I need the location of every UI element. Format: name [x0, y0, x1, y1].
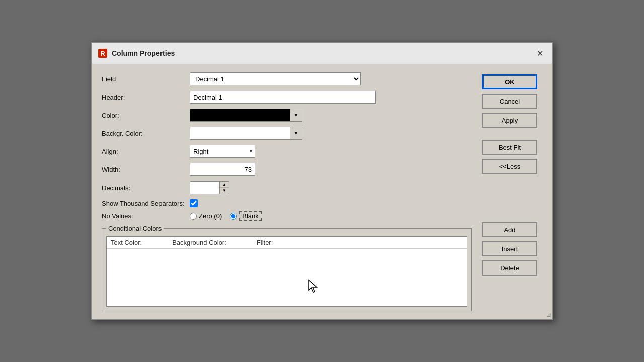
field-label: Field [102, 75, 190, 83]
dialog-title: Column Properties [112, 49, 175, 57]
color-label: Color: [102, 112, 190, 119]
col-background: Background Color: [172, 239, 226, 246]
dialog-body: Field Decimal 1 Header: Color: [92, 64, 552, 319]
col-text-color: Text Color: [111, 239, 142, 246]
decimals-spinner: ▲ ▼ [220, 181, 229, 194]
svg-text:R: R [100, 50, 105, 57]
apply-button[interactable]: Apply [482, 113, 537, 128]
thousand-row: Show Thousand Separators: [102, 199, 472, 207]
decimals-label: Decimals: [102, 184, 190, 192]
width-label: Width: [102, 166, 190, 173]
thousand-label: Show Thousand Separators: [102, 200, 190, 207]
buttons-area: OK Cancel Apply Best Fit <<Less Add Inse… [482, 72, 542, 311]
align-label: Align: [102, 148, 190, 155]
column-properties-dialog: R Column Properties ✕ Field Decimal 1 He… [91, 42, 553, 320]
col-filter: Filter: [257, 239, 273, 246]
decimals-down-btn[interactable]: ▼ [220, 188, 229, 194]
best-fit-button[interactable]: Best Fit [482, 140, 537, 155]
conditional-table[interactable]: Text Color: Background Color: Filter: [106, 236, 467, 307]
color-row: Color: ▼ [102, 109, 472, 122]
title-bar: R Column Properties ✕ [92, 43, 552, 64]
bgcolor-row: Backgr. Color: ▼ [102, 127, 472, 140]
delete-button[interactable]: Delete [482, 260, 537, 276]
novalues-label: No Values: [102, 212, 190, 220]
bgcolor-label: Backgr. Color: [102, 130, 190, 137]
novalues-blank-label: Blank [239, 212, 262, 220]
bgcolor-display[interactable] [190, 127, 290, 140]
color-display[interactable] [190, 109, 290, 122]
conditional-table-header: Text Color: Background Color: Filter: [107, 237, 467, 249]
conditional-legend: Conditional Colors [106, 225, 164, 232]
width-input[interactable] [190, 163, 255, 176]
header-row: Header: [102, 90, 472, 104]
bgcolor-dropdown-btn[interactable]: ▼ [290, 127, 302, 140]
decimals-input[interactable] [190, 181, 220, 194]
decimals-row: Decimals: ▲ ▼ [102, 181, 472, 194]
resize-handle[interactable]: ⊿ [543, 310, 551, 318]
close-button[interactable]: ✕ [533, 47, 546, 60]
novalues-blank-radio[interactable] [230, 213, 237, 220]
blank-label-text: Blank [239, 211, 262, 221]
conditional-section: Conditional Colors Text Color: Backgroun… [102, 225, 472, 311]
novalues-row: No Values: Zero (0) Blank [102, 212, 472, 220]
align-select[interactable]: Right Left Center [190, 145, 255, 158]
decimals-up-btn[interactable]: ▲ [220, 182, 229, 188]
align-row: Align: Right Left Center [102, 145, 472, 158]
field-select[interactable]: Decimal 1 [190, 72, 361, 85]
less-button[interactable]: <<Less [482, 159, 537, 174]
novalues-zero-label: Zero (0) [199, 212, 222, 220]
app-icon: R [98, 48, 108, 58]
form-area: Field Decimal 1 Header: Color: [102, 72, 472, 311]
insert-button[interactable]: Insert [482, 241, 537, 256]
ok-button[interactable]: OK [482, 74, 537, 89]
thousand-checkbox[interactable] [190, 199, 198, 207]
header-input[interactable] [190, 90, 376, 104]
color-dropdown-btn[interactable]: ▼ [290, 109, 302, 122]
novalues-zero-radio[interactable] [190, 213, 197, 220]
header-label: Header: [102, 94, 190, 101]
add-button[interactable]: Add [482, 222, 537, 237]
novalues-radio-group: Zero (0) Blank [190, 212, 262, 220]
width-row: Width: [102, 163, 472, 176]
field-row: Field Decimal 1 [102, 72, 472, 85]
cancel-button[interactable]: Cancel [482, 94, 537, 109]
